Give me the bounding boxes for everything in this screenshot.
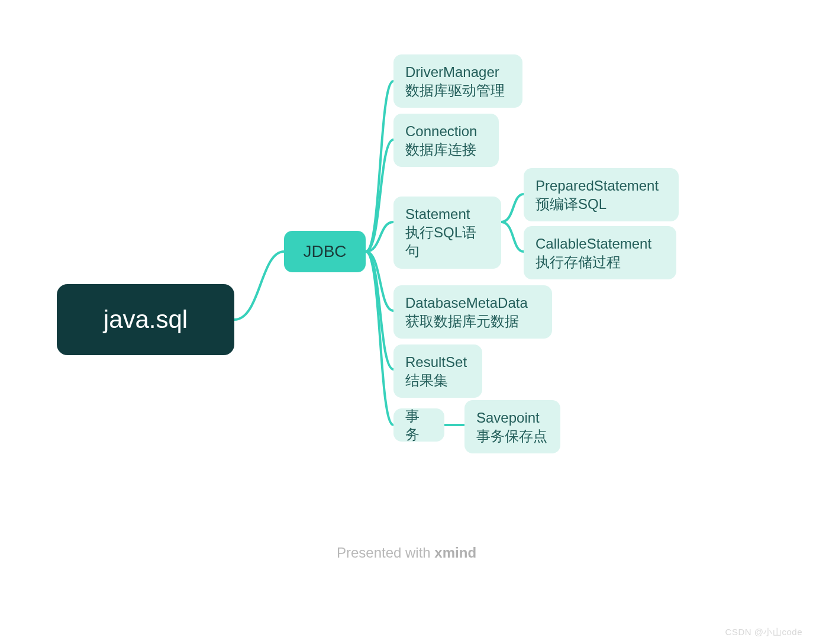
footer-brand: xmind [434, 545, 476, 561]
node-resultset: ResultSet 结果集 [393, 344, 482, 398]
node-subtitle: 数据库驱动管理 [405, 81, 505, 99]
watermark: CSDN @小山code [725, 627, 802, 638]
root-label: java.sql [104, 304, 188, 336]
node-transaction: 事务 [393, 408, 444, 442]
node-subtitle: 执行存储过程 [535, 253, 621, 271]
node-subtitle: 获取数据库元数据 [405, 312, 519, 330]
node-subtitle: 事务保存点 [476, 427, 547, 445]
node-subtitle: 执行SQL语句 [405, 223, 489, 260]
node-drivermanager: DriverManager 数据库驱动管理 [393, 54, 522, 108]
node-databasemetadata: DatabaseMetaData 获取数据库元数据 [393, 285, 552, 339]
node-callablestatement: CallableStatement 执行存储过程 [524, 226, 676, 279]
node-subtitle: 结果集 [405, 371, 448, 389]
node-subtitle: 数据库连接 [405, 140, 476, 159]
footer-prefix: Presented with [337, 545, 434, 561]
node-title: PreparedStatement [535, 176, 659, 195]
node-preparedstatement: PreparedStatement 预编译SQL [524, 168, 679, 221]
node-jdbc-label: JDBC [303, 241, 346, 262]
node-subtitle: 预编译SQL [535, 195, 606, 213]
node-title: CallableStatement [535, 234, 651, 253]
node-title: 事务 [405, 407, 433, 443]
node-savepoint: Savepoint 事务保存点 [464, 400, 560, 453]
node-title: Savepoint [476, 408, 540, 427]
node-jdbc: JDBC [284, 231, 366, 272]
node-title: ResultSet [405, 353, 467, 371]
node-title: Connection [405, 122, 477, 140]
node-title: DatabaseMetaData [405, 294, 528, 312]
footer-credit: Presented with xmind [337, 545, 476, 561]
node-title: DriverManager [405, 63, 499, 81]
node-title: Statement [405, 205, 470, 223]
root-node: java.sql [57, 284, 234, 355]
node-statement: Statement 执行SQL语句 [393, 197, 501, 269]
node-connection: Connection 数据库连接 [393, 114, 499, 167]
